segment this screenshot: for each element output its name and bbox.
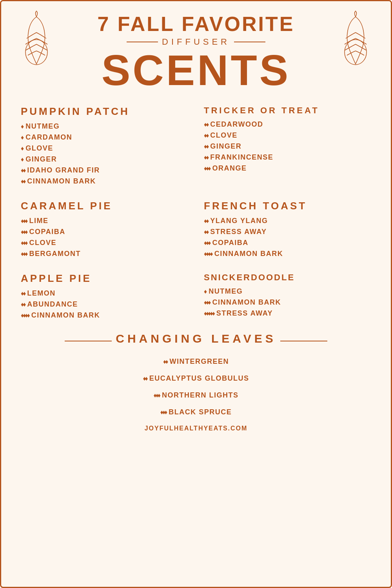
dot-icon: ♦♦ — [204, 132, 208, 139]
list-item: ♦♦♦NORTHERN LIGHTS — [154, 391, 239, 399]
list-item: ♦♦CLOVE — [204, 131, 371, 140]
dot-icon: ♦♦ — [204, 154, 208, 161]
list-item: ♦♦CEDARWOOD — [204, 120, 371, 129]
list-item: ♦♦♦CINNAMON BARK — [204, 298, 371, 307]
dot-icon: ♦♦♦ — [21, 240, 27, 247]
tricker-or-treat-title: TRICKER OR TREAT — [204, 105, 371, 116]
list-item: ♦GLOVE — [21, 144, 188, 152]
dot-icon: ♦♦♦♦♦ — [204, 310, 214, 317]
tricker-or-treat-section: TRICKER OR TREAT ♦♦CEDARWOOD ♦♦CLOVE ♦♦G… — [200, 100, 375, 194]
dot-icon: ♦♦♦ — [204, 165, 210, 172]
dot-icon: ♦♦♦ — [154, 392, 160, 399]
list-item: ♦♦IDAHO GRAND FIR — [21, 166, 188, 174]
list-item: ♦GINGER — [21, 155, 188, 163]
list-item: ♦♦♦CLOVE — [21, 239, 188, 247]
list-item: ♦♦♦LIME — [21, 217, 188, 225]
dot-icon: ♦♦♦ — [160, 409, 167, 416]
header: 7 FALL FAVORITE DIFFUSER SCENTS — [1, 1, 391, 100]
dot-icon: ♦♦♦ — [204, 299, 210, 306]
changing-leaves-items: ♦♦WINTERGREEN ♦♦EUCALYPTUS GLOBULUS ♦♦♦N… — [17, 355, 375, 419]
pumpkin-patch-section: PUMPKIN PATCH ♦NUTMEG ♦CARDAMON ♦GLOVE ♦… — [17, 100, 192, 194]
changing-leaves-title-container: CHANGING LEAVES — [17, 332, 375, 350]
dot-icon: ♦♦ — [204, 218, 208, 225]
recipes-grid: PUMPKIN PATCH ♦NUTMEG ♦CARDAMON ♦GLOVE ♦… — [1, 100, 391, 328]
dot-icon: ♦♦ — [21, 301, 25, 308]
dot-icon: ♦♦♦ — [21, 229, 27, 236]
caramel-pie-section: CARAMEL PIE ♦♦♦LIME ♦♦♦COPAIBA ♦♦♦CLOVE … — [17, 194, 192, 267]
pear-right-icon — [332, 9, 379, 72]
dot-icon: ♦♦ — [21, 167, 25, 174]
list-item: ♦♦♦♦CINNAMON BARK — [204, 250, 371, 258]
list-item: ♦NUTMEG — [204, 287, 371, 296]
changing-leaves-title: CHANGING LEAVES — [116, 332, 276, 345]
list-item: ♦♦LEMON — [21, 289, 188, 298]
dot-icon: ♦♦ — [21, 178, 25, 185]
dot-icon: ♦♦ — [21, 290, 25, 297]
apple-pie-section: APPLE PIE ♦♦LEMON ♦♦ABUNDANCE ♦♦♦♦CINNAM… — [17, 267, 192, 328]
pear-left-icon — [13, 9, 60, 72]
list-item: ♦♦CINNAMON BARK — [21, 177, 188, 185]
dot-icon: ♦♦♦ — [21, 250, 27, 258]
french-toast-title: FRENCH TOAST — [204, 200, 371, 212]
list-item: ♦♦♦♦CINNAMON BARK — [21, 311, 188, 319]
dot-icon: ♦♦ — [204, 143, 208, 150]
dot-icon: ♦♦ — [163, 358, 167, 365]
dot-icon: ♦ — [21, 123, 23, 130]
french-toast-section: FRENCH TOAST ♦♦YLANG YLANG ♦♦STRESS AWAY… — [200, 194, 375, 267]
list-item: ♦♦♦BLACK SPRUCE — [160, 408, 232, 416]
footer: JOYFULHEALTHYEATS.COM — [1, 419, 391, 438]
list-item: ♦♦♦COPAIBA — [21, 228, 188, 236]
list-item: ♦♦♦COPAIBA — [204, 239, 371, 247]
list-item: ♦♦♦♦♦STRESS AWAY — [204, 309, 371, 318]
snickerdoodle-title: SNICKERDOODLE — [204, 272, 371, 283]
dot-icon: ♦♦ — [204, 229, 208, 236]
dot-icon: ♦♦ — [143, 375, 147, 382]
list-item: ♦♦WINTERGREEN — [163, 358, 229, 366]
list-item: ♦♦FRANKINCENSE — [204, 153, 371, 162]
list-item: ♦♦GINGER — [204, 142, 371, 151]
list-item: ♦♦YLANG YLANG — [204, 217, 371, 225]
caramel-pie-title: CARAMEL PIE — [21, 200, 188, 212]
dot-icon: ♦♦♦ — [21, 218, 27, 225]
website-link: JOYFULHEALTHYEATS.COM — [145, 425, 248, 432]
header-title-top: 7 FALL FAVORITE — [9, 13, 383, 35]
list-item: ♦♦♦ORANGE — [204, 164, 371, 172]
dot-icon: ♦♦ — [204, 121, 208, 128]
dot-icon: ♦♦♦♦ — [204, 250, 212, 258]
snickerdoodle-section: SNICKERDOODLE ♦NUTMEG ♦♦♦CINNAMON BARK ♦… — [200, 267, 375, 328]
list-item: ♦♦STRESS AWAY — [204, 228, 371, 236]
changing-leaves-section: CHANGING LEAVES ♦♦WINTERGREEN ♦♦EUCALYPT… — [1, 328, 391, 419]
list-item: ♦♦EUCALYPTUS GLOBULUS — [143, 374, 249, 383]
apple-pie-title: APPLE PIE — [21, 272, 188, 285]
page: 7 FALL FAVORITE DIFFUSER SCENTS PUMPKIN … — [0, 0, 392, 588]
pumpkin-patch-title: PUMPKIN PATCH — [21, 105, 188, 118]
header-scents: SCENTS — [9, 49, 383, 92]
dot-icon: ♦ — [21, 145, 23, 152]
dot-icon: ♦ — [204, 288, 206, 295]
list-item: ♦♦♦BERGAMONT — [21, 250, 188, 258]
list-item: ♦♦ABUNDANCE — [21, 300, 188, 309]
dot-icon: ♦♦♦ — [204, 240, 210, 247]
list-item: ♦CARDAMON — [21, 133, 188, 142]
dot-icon: ♦ — [21, 134, 23, 141]
dot-icon: ♦♦♦♦ — [21, 312, 29, 319]
svg-point-1 — [345, 40, 367, 65]
svg-point-0 — [25, 40, 47, 65]
list-item: ♦NUTMEG — [21, 122, 188, 131]
dot-icon: ♦ — [21, 156, 23, 163]
